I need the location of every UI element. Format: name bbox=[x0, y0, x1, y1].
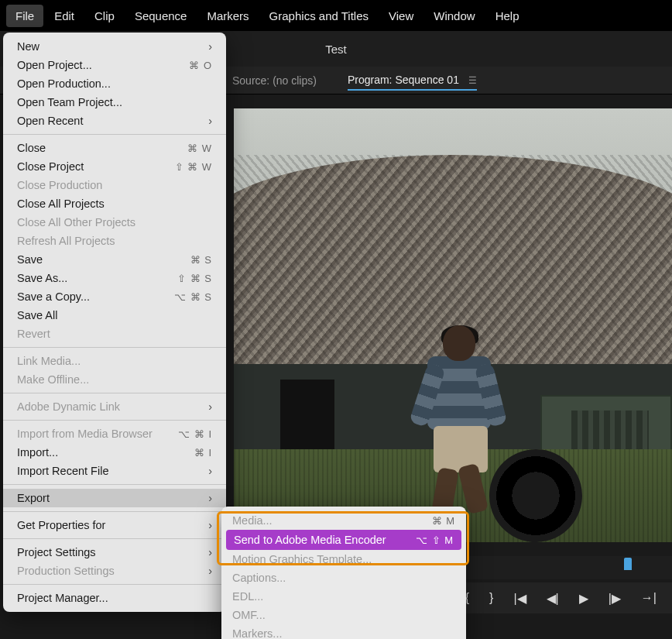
menu-item-get-properties-for[interactable]: Get Properties for› bbox=[3, 516, 226, 534]
menu-file[interactable]: File bbox=[6, 5, 43, 27]
menu-item-label: Import Recent File bbox=[17, 465, 108, 477]
menu-item-label: EDL... bbox=[232, 590, 263, 603]
export-submenu: Media...⌘ MSend to Adobe Media Encoder⌥ … bbox=[221, 507, 466, 639]
menu-item-label: Export bbox=[17, 492, 50, 504]
shortcut-label: ⌘ M bbox=[432, 515, 455, 527]
menu-item-project-manager[interactable]: Project Manager... bbox=[3, 589, 226, 607]
menu-separator bbox=[3, 420, 226, 421]
menu-item-adobe-dynamic-link: Adobe Dynamic Link› bbox=[3, 397, 226, 416]
menu-edit[interactable]: Edit bbox=[45, 5, 84, 27]
playhead-icon[interactable] bbox=[624, 558, 632, 570]
menu-item-label: Open Production... bbox=[17, 77, 111, 90]
menu-item-close[interactable]: Close⌘ W bbox=[3, 139, 226, 157]
menu-view[interactable]: View bbox=[379, 5, 423, 27]
menu-item-close-project[interactable]: Close Project⇧ ⌘ W bbox=[3, 157, 226, 176]
menu-item-label: Close bbox=[17, 142, 46, 154]
menu-item-label: Save bbox=[17, 253, 43, 266]
menu-item-export[interactable]: Export› bbox=[3, 489, 226, 507]
menu-item-label: Close All Projects bbox=[17, 198, 105, 210]
menu-item-label: Save All bbox=[17, 309, 57, 321]
shortcut-label: ⇧ ⌘ S bbox=[177, 273, 212, 284]
program-monitor bbox=[234, 108, 672, 542]
menu-item-label: Open Team Project... bbox=[17, 96, 122, 108]
shortcut-label: ⌘ S bbox=[190, 254, 212, 266]
panel-menu-icon[interactable]: ☰ bbox=[468, 75, 477, 86]
menu-item-label: Refresh All Projects bbox=[17, 235, 115, 247]
menu-item-import-recent-file[interactable]: Import Recent File› bbox=[3, 462, 226, 480]
menu-item-label: Revert bbox=[17, 328, 50, 340]
workspace-name[interactable]: Test bbox=[325, 43, 347, 56]
play-icon[interactable]: ▶ bbox=[579, 591, 588, 606]
submenu-item-media: Media...⌘ M bbox=[221, 511, 466, 530]
menu-item-label: Open Recent bbox=[17, 115, 83, 127]
menu-item-label: Project Settings bbox=[17, 546, 96, 558]
menu-item-import[interactable]: Import...⌘ I bbox=[3, 443, 226, 462]
mark-out-icon[interactable]: } bbox=[489, 591, 493, 605]
shortcut-label: ⌘ W bbox=[187, 143, 212, 154]
menu-clip[interactable]: Clip bbox=[85, 5, 124, 27]
menu-item-label: Link Media... bbox=[17, 355, 81, 367]
chevron-right-icon: › bbox=[208, 519, 212, 531]
menu-item-project-settings[interactable]: Project Settings› bbox=[3, 543, 226, 562]
menu-window[interactable]: Window bbox=[424, 5, 484, 27]
menu-markers[interactable]: Markers bbox=[197, 5, 258, 27]
shortcut-label: ⌥ ⇧ M bbox=[416, 534, 454, 546]
shortcut-label: ⌥ ⌘ I bbox=[178, 428, 212, 440]
step-back-icon[interactable]: ◀| bbox=[547, 591, 559, 606]
menu-item-label: Make Offline... bbox=[17, 373, 89, 386]
chevron-right-icon: › bbox=[208, 492, 212, 504]
menu-item-label: Production Settings bbox=[17, 565, 115, 577]
menu-item-label: Save a Copy... bbox=[17, 290, 90, 303]
chevron-right-icon: › bbox=[208, 565, 212, 577]
menu-item-label: New bbox=[17, 40, 39, 53]
program-tab-label: Program: Sequence 01 bbox=[348, 74, 459, 86]
step-forward-icon[interactable]: |▶ bbox=[609, 591, 621, 606]
chevron-right-icon: › bbox=[208, 40, 212, 53]
go-to-out-icon[interactable]: →| bbox=[641, 591, 657, 605]
menu-item-label: Project Manager... bbox=[17, 592, 108, 604]
menu-item-label: Close All Other Projects bbox=[17, 216, 135, 228]
source-tab[interactable]: Source: (no clips) bbox=[232, 71, 317, 90]
menu-item-label: Captions... bbox=[232, 572, 286, 584]
submenu-item-captions: Captions... bbox=[221, 569, 466, 587]
menu-item-label: Import... bbox=[17, 446, 58, 459]
menu-item-production-settings: Production Settings› bbox=[3, 562, 226, 580]
submenu-item-send-to-adobe-media-encoder[interactable]: Send to Adobe Media Encoder⌥ ⇧ M bbox=[226, 530, 461, 550]
shortcut-label: ⌥ ⌘ S bbox=[174, 291, 212, 303]
submenu-item-motion-graphics-template: Motion Graphics Template... bbox=[221, 550, 466, 569]
menu-sequence[interactable]: Sequence bbox=[125, 5, 197, 27]
menu-separator bbox=[3, 134, 226, 135]
submenu-item-omf: OMF... bbox=[221, 606, 466, 624]
go-to-in-icon[interactable]: |◀ bbox=[513, 591, 526, 606]
shortcut-label: ⌘ O bbox=[189, 60, 212, 71]
menu-item-label: Motion Graphics Template... bbox=[232, 553, 372, 565]
menu-item-label: Markers... bbox=[232, 627, 282, 639]
menu-item-new[interactable]: New› bbox=[3, 37, 226, 56]
menu-item-close-all-other-projects: Close All Other Projects bbox=[3, 213, 226, 232]
menu-item-save-all[interactable]: Save All bbox=[3, 306, 226, 325]
menu-separator bbox=[3, 393, 226, 393]
menu-item-save[interactable]: Save⌘ S bbox=[3, 250, 226, 269]
menu-item-label: Send to Adobe Media Encoder bbox=[234, 534, 386, 546]
menu-item-make-offline: Make Offline... bbox=[3, 370, 226, 389]
menu-item-link-media: Link Media... bbox=[3, 352, 226, 370]
menu-item-open-project[interactable]: Open Project...⌘ O bbox=[3, 56, 226, 74]
menu-item-refresh-all-projects: Refresh All Projects bbox=[3, 232, 226, 250]
chevron-right-icon: › bbox=[208, 465, 212, 477]
program-tab[interactable]: Program: Sequence 01 ☰ bbox=[348, 70, 477, 91]
shortcut-label: ⇧ ⌘ W bbox=[175, 161, 213, 173]
menu-help[interactable]: Help bbox=[486, 5, 529, 27]
menu-separator bbox=[3, 511, 226, 512]
menu-item-label: Close Production bbox=[17, 179, 102, 191]
menu-item-open-recent[interactable]: Open Recent› bbox=[3, 112, 226, 130]
menu-item-revert: Revert bbox=[3, 325, 226, 343]
menu-graphics-and-titles[interactable]: Graphics and Titles bbox=[260, 5, 378, 27]
menu-separator bbox=[3, 347, 226, 348]
menubar: FileEditClipSequenceMarkersGraphics and … bbox=[0, 0, 672, 31]
menu-item-open-team-project[interactable]: Open Team Project... bbox=[3, 93, 226, 112]
menu-item-open-production[interactable]: Open Production... bbox=[3, 74, 226, 93]
menu-item-save-as[interactable]: Save As...⇧ ⌘ S bbox=[3, 269, 226, 287]
chevron-right-icon: › bbox=[208, 115, 212, 127]
menu-item-save-a-copy[interactable]: Save a Copy...⌥ ⌘ S bbox=[3, 287, 226, 306]
menu-item-close-all-projects[interactable]: Close All Projects bbox=[3, 194, 226, 213]
